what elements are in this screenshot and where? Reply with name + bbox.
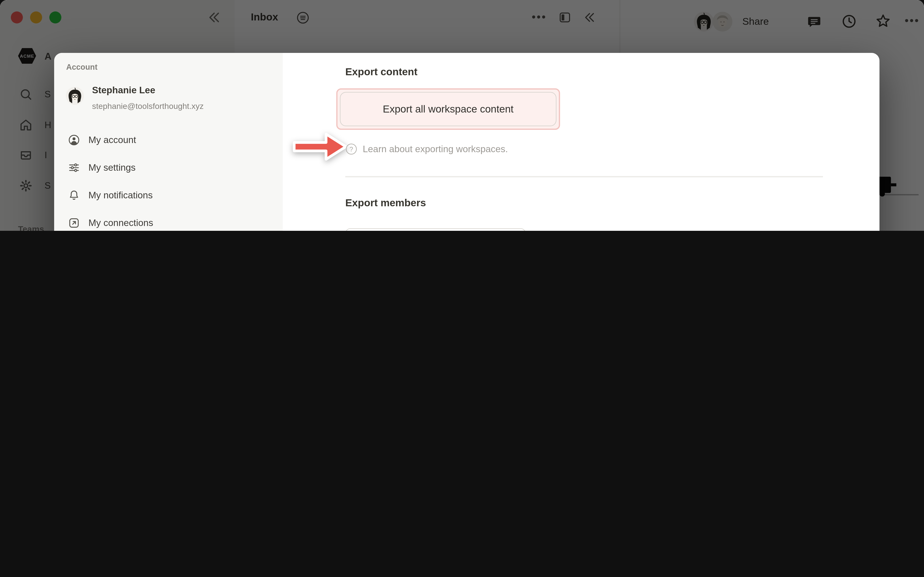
sidebar-item-my-notifications[interactable]: My notifications [61,184,276,208]
sidebar-item-my-settings[interactable]: My settings [61,156,276,180]
settings-modal: Account Stephanie Lee stephanie@toolsfor… [54,53,879,231]
export-content-heading: Export content [345,66,417,78]
sidebar-item-label: My settings [89,162,136,173]
help-link-label: Learn about exporting workspaces. [363,144,508,155]
sidebar-item-my-account[interactable]: My account [61,128,276,152]
settings-sidebar: Account Stephanie Lee stephanie@toolsfor… [54,53,283,231]
sliders-icon [67,161,81,174]
sidebar-item-label: My connections [89,218,153,228]
section-divider [345,176,823,177]
arrow-out-box-icon [67,216,81,230]
export-all-workspace-content-button[interactable]: Export all workspace content [340,92,557,126]
export-members-heading: Export members [345,197,426,209]
sidebar-item-my-connections[interactable]: My connections [61,211,276,231]
bell-icon [67,189,81,202]
user-name: Stephanie Lee [92,85,155,96]
export-workspaces-help-link[interactable]: ? Learn about exporting workspaces. [346,144,508,155]
account-section-header: Account [66,63,97,72]
annotation-arrow-icon [292,130,348,163]
export-members-csv-button[interactable]: Export members as CSV [345,228,526,231]
person-circle-icon [67,134,81,147]
sidebar-item-label: My account [89,135,136,145]
sidebar-item-label: My notifications [89,190,153,201]
user-email: stephanie@toolsforthought.xyz [92,102,204,111]
question-circle-icon: ? [346,144,357,155]
user-avatar [66,87,84,105]
app-window: Inbox ••• [0,0,924,231]
